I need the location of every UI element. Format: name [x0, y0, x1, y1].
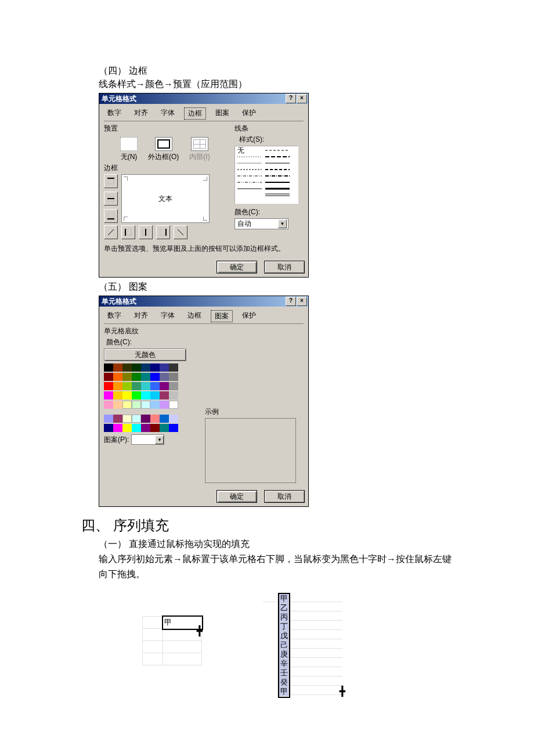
border-diag-up-button[interactable]	[104, 225, 118, 239]
preset-none[interactable]: 无(N)	[120, 137, 138, 162]
color-swatch[interactable]	[150, 373, 160, 381]
color-swatch[interactable]	[122, 373, 132, 381]
help-button[interactable]: ?	[286, 94, 296, 103]
color-swatch[interactable]	[169, 382, 178, 390]
color-swatch[interactable]	[160, 382, 169, 390]
color-swatch[interactable]	[122, 382, 132, 390]
color-swatch[interactable]	[160, 373, 169, 381]
line-style-list[interactable]: 无	[234, 146, 298, 204]
tab-alignment[interactable]: 对齐	[131, 310, 151, 322]
color-swatch[interactable]	[132, 415, 141, 423]
color-swatch[interactable]	[132, 401, 141, 409]
color-swatch[interactable]	[113, 415, 122, 423]
color-swatch[interactable]	[141, 391, 150, 399]
border-right-button[interactable]	[156, 225, 170, 239]
series-cell: 乙	[279, 603, 289, 613]
color-swatch[interactable]	[122, 401, 132, 409]
border-middle-h-button[interactable]	[104, 192, 118, 206]
tab-font[interactable]: 字体	[157, 107, 178, 120]
cell-format-dialog-pattern: 单元格格式 ? × 数字 对齐 字体 边框 图案 保护 单元格底纹 颜色(C):…	[99, 296, 309, 507]
color-swatch[interactable]	[132, 382, 141, 390]
color-swatch[interactable]	[104, 363, 113, 372]
color-swatch[interactable]	[160, 391, 169, 399]
color-swatch[interactable]	[132, 391, 141, 399]
color-palette-extra	[104, 415, 197, 432]
tab-pattern[interactable]: 图案	[212, 107, 233, 120]
color-swatch[interactable]	[113, 363, 122, 372]
tab-protection[interactable]: 保护	[239, 310, 259, 322]
color-swatch[interactable]	[122, 415, 132, 423]
color-swatch[interactable]	[150, 391, 160, 399]
color-swatch[interactable]	[150, 424, 160, 432]
color-swatch[interactable]	[169, 373, 178, 381]
color-swatch[interactable]	[113, 391, 122, 399]
ok-button[interactable]: 确定	[217, 261, 257, 273]
series-cell: 丙	[279, 613, 289, 622]
color-swatch[interactable]	[104, 424, 113, 432]
color-swatch[interactable]	[169, 391, 178, 399]
color-swatch[interactable]	[113, 424, 122, 432]
color-swatch[interactable]	[160, 424, 169, 432]
color-swatch[interactable]	[104, 401, 113, 409]
pattern-dropdown[interactable]: ▼	[131, 434, 164, 445]
color-swatch[interactable]	[141, 401, 150, 409]
help-button[interactable]: ?	[286, 297, 296, 306]
color-swatch[interactable]	[141, 363, 150, 372]
no-color-button[interactable]: 无颜色	[104, 348, 186, 361]
color-swatch[interactable]	[104, 391, 113, 399]
tab-pattern[interactable]: 图案	[211, 310, 233, 322]
color-swatch[interactable]	[150, 382, 160, 390]
color-swatch[interactable]	[169, 363, 178, 372]
color-swatch[interactable]	[132, 373, 141, 381]
color-swatch[interactable]	[113, 373, 122, 381]
cancel-button[interactable]: 取消	[264, 490, 305, 503]
border-left-button[interactable]	[121, 225, 135, 239]
color-swatch[interactable]	[132, 363, 141, 372]
color-swatch[interactable]	[113, 382, 122, 390]
color-swatch[interactable]	[104, 415, 113, 423]
tab-border[interactable]: 边框	[184, 107, 206, 120]
border-color-dropdown[interactable]: 自动 ▼	[234, 218, 288, 229]
color-swatch[interactable]	[141, 415, 150, 423]
color-swatch[interactable]	[113, 401, 122, 409]
shading-group-label: 单元格底纹	[104, 326, 304, 336]
cancel-button[interactable]: 取消	[264, 261, 305, 273]
color-swatch[interactable]	[160, 415, 169, 423]
color-swatch[interactable]	[122, 391, 132, 399]
tab-number[interactable]: 数字	[104, 107, 125, 120]
color-swatch[interactable]	[122, 424, 132, 432]
preset-group-label: 预置	[104, 124, 229, 134]
color-swatch[interactable]	[160, 363, 169, 372]
border-middle-v-button[interactable]	[139, 225, 153, 239]
preset-outline[interactable]: 外边框(O)	[148, 137, 179, 162]
preset-inside[interactable]: 内部(I)	[189, 137, 210, 162]
tab-font[interactable]: 字体	[157, 310, 178, 322]
color-swatch[interactable]	[169, 424, 178, 432]
color-swatch[interactable]	[150, 363, 160, 372]
tab-number[interactable]: 数字	[104, 310, 125, 322]
color-swatch[interactable]	[104, 382, 113, 390]
border-diag-down-button[interactable]	[174, 225, 187, 239]
tab-alignment[interactable]: 对齐	[131, 107, 151, 120]
tab-protection[interactable]: 保护	[239, 107, 259, 120]
color-swatch[interactable]	[169, 401, 178, 409]
border-bottom-button[interactable]	[104, 209, 118, 223]
close-button[interactable]: ×	[297, 297, 307, 306]
fill-handle-icon: ╋	[340, 686, 345, 697]
color-swatch[interactable]	[150, 415, 160, 423]
color-swatch[interactable]	[141, 382, 150, 390]
color-swatch[interactable]	[104, 373, 113, 381]
tab-border[interactable]: 边框	[184, 310, 205, 322]
close-button[interactable]: ×	[297, 94, 307, 103]
border-top-button[interactable]	[104, 174, 118, 188]
color-swatch[interactable]	[150, 401, 160, 409]
color-swatch[interactable]	[122, 363, 132, 372]
color-swatch[interactable]	[160, 401, 169, 409]
color-swatch[interactable]	[141, 373, 150, 381]
series-cell: 甲	[279, 687, 289, 696]
color-swatch[interactable]	[141, 424, 150, 432]
ok-button[interactable]: 确定	[217, 490, 257, 503]
border-preview[interactable]: 文本	[121, 174, 210, 223]
color-swatch[interactable]	[132, 424, 141, 432]
color-swatch[interactable]	[169, 415, 178, 423]
